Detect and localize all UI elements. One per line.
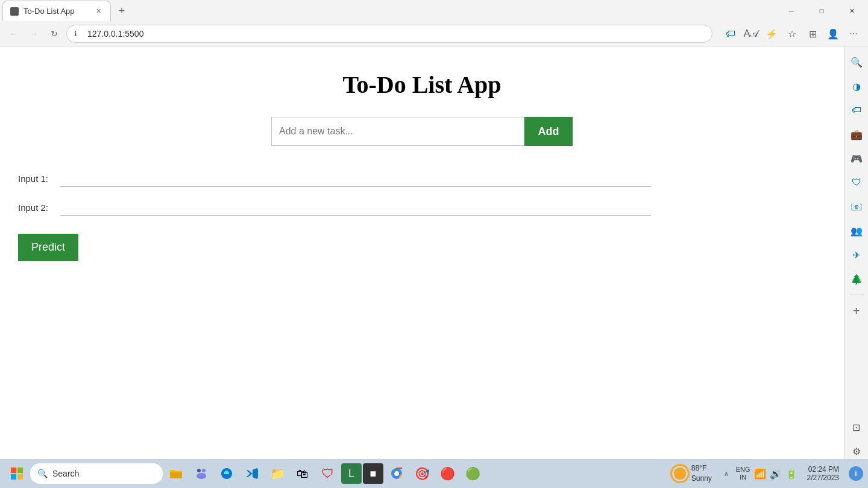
svg-rect-3 [17,474,23,480]
more-button[interactable]: ··· [844,24,863,43]
windows-logo-icon [10,466,24,481]
taskbar-app-anydesk[interactable]: 🎯 [410,461,434,486]
address-input-container[interactable]: ℹ 127.0.0.1:5500 [66,25,712,43]
input1-label: Input 1: [18,174,60,184]
input2-row: Input 2: [18,199,826,216]
forward-button[interactable]: → [25,25,42,42]
app-title: To-Do List App [12,70,832,99]
sidebar-outlook-icon[interactable]: 📧 [846,196,867,217]
new-tab-button[interactable]: + [113,2,130,19]
system-icons: ENGIN 📶 🔊 🔋 [736,466,797,481]
taskbar-app-edge[interactable] [215,461,239,486]
profile-icon[interactable]: 👤 [823,24,843,43]
svg-rect-0 [11,468,16,473]
notification-button[interactable]: i [849,466,863,481]
back-button[interactable]: ← [5,25,22,42]
taskbar-app-unknown3[interactable]: 🔴 [435,461,459,486]
lang-display[interactable]: ENGIN [736,466,750,481]
teams-icon [194,466,209,481]
sidebar-display-icon[interactable]: ⊡ [846,416,867,438]
main-layout: To-Do List App Add Input 1: Input 2: Pre… [0,46,868,467]
minimize-button[interactable]: ─ [778,0,805,22]
speaker-icon[interactable]: 🔊 [770,468,782,480]
weather-temp: 88°F [691,463,712,474]
weather-info: 88°F Sunny [691,463,712,484]
taskbar-app-mcafee[interactable]: 🛡 [316,461,340,486]
read-aloud-icon[interactable]: A𝒜 [741,24,761,43]
bookmark-icon[interactable]: 🏷 [721,24,740,43]
input1-row: Input 1: [18,170,826,187]
url-display: 127.0.0.1:5500 [87,29,705,39]
collections-icon[interactable]: ⊞ [803,24,822,43]
show-hidden-icons-button[interactable]: ∧ [722,468,731,480]
svg-point-9 [197,469,201,472]
close-button[interactable]: ✕ [838,0,866,22]
sidebar-search-icon[interactable]: 🔍 [846,51,867,73]
tab-favicon [10,7,19,16]
sidebar-telegram-icon[interactable]: ✈ [846,244,867,266]
input2-field[interactable] [60,199,651,216]
input2-label: Input 2: [18,202,60,213]
wifi-icon[interactable]: 📶 [754,468,766,480]
battery-icon[interactable]: 🔋 [785,468,797,480]
taskbar-app-file-explorer[interactable] [164,461,188,486]
browser-essentials-icon[interactable]: ⚡ [762,24,781,43]
svg-rect-6 [170,472,182,478]
sidebar-bing-icon[interactable]: ◑ [846,75,867,97]
tab-close-button[interactable]: ✕ [93,7,103,16]
taskbar-app-vscode[interactable] [240,461,264,486]
chrome-icon [389,466,404,481]
taskbar-clock[interactable]: 02:24 PM 2/27/2023 [802,465,844,482]
taskbar: 🔍 Search 📁 🛍 🛡 L ■ [0,459,868,488]
task-input-row: Add [12,117,832,146]
address-bar: ← → ↻ ℹ 127.0.0.1:5500 🏷 A𝒜 ⚡ ☆ ⊞ 👤 ··· [0,22,868,46]
taskbar-app-unknown4[interactable]: 🟢 [461,461,485,486]
active-tab[interactable]: To-Do List App ✕ [2,1,111,21]
taskbar-search-box[interactable]: 🔍 Search [30,463,163,484]
sidebar-teams-icon[interactable]: 👥 [846,220,867,242]
sidebar-tree-icon[interactable]: 🌲 [846,268,867,290]
browser-chrome: To-Do List App ✕ + ─ □ ✕ ← → ↻ ℹ 127.0.0… [0,0,868,46]
window-controls: ─ □ ✕ [778,0,866,22]
tab-bar: To-Do List App ✕ + ─ □ ✕ [0,0,868,22]
tab-title: To-Do List App [24,7,89,16]
refresh-button[interactable]: ↻ [46,25,63,42]
taskbar-app-folders[interactable]: 📁 [265,461,289,486]
clock-date: 2/27/2023 [807,474,839,482]
predict-button[interactable]: Predict [18,234,78,261]
maximize-button[interactable]: □ [808,0,835,22]
taskbar-search-icon: 🔍 [37,469,48,478]
svg-point-7 [202,469,206,472]
task-input-field[interactable] [271,117,524,146]
taskbar-app-square[interactable]: ■ [363,463,383,484]
start-button[interactable] [5,461,29,486]
svg-point-8 [197,473,206,479]
browser-content: To-Do List App Add Input 1: Input 2: Pre… [0,46,844,467]
taskbar-search-text: Search [52,469,79,478]
add-task-button[interactable]: Add [524,117,573,146]
toolbar-icons: 🏷 A𝒜 ⚡ ☆ ⊞ 👤 ··· [721,24,863,43]
favorites-icon[interactable]: ☆ [782,24,802,43]
svg-rect-4 [170,470,175,471]
clock-time: 02:24 PM [808,465,839,474]
file-explorer-icon [169,466,183,481]
vscode-icon [245,466,259,481]
weather-condition: Sunny [691,474,712,484]
sidebar-add-icon[interactable]: + [846,300,867,322]
right-sidebar: 🔍 ◑ 🏷 💼 🎮 🛡 📧 👥 ✈ 🌲 + ⊡ ⚙ [844,46,868,467]
taskbar-app-store[interactable]: 🛍 [291,461,315,486]
svg-marker-10 [247,470,253,477]
edge-icon [219,466,234,481]
taskbar-app-chrome[interactable] [385,461,409,486]
sidebar-shopping-icon[interactable]: 🏷 [846,99,867,121]
sidebar-defender-icon[interactable]: 🛡 [846,172,867,193]
weather-widget: 88°F Sunny [667,463,717,484]
sidebar-briefcase-icon[interactable]: 💼 [846,124,867,145]
taskbar-app-teams[interactable] [189,461,213,486]
weather-sun-icon [672,466,688,481]
security-icon: ℹ [74,30,83,38]
taskbar-app-l[interactable]: L [341,463,362,484]
sidebar-game-icon[interactable]: 🎮 [846,148,867,169]
svg-rect-2 [11,474,16,480]
input1-field[interactable] [60,170,651,187]
